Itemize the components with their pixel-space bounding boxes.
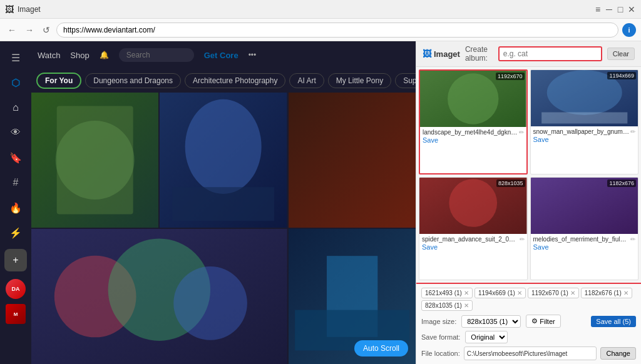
da-logo-icon[interactable]: ⬡	[4, 71, 27, 94]
sidebar-bookmark-icon[interactable]: 🔖	[4, 146, 27, 169]
main-container: ☰ ⬡ ⌂ 👁 🔖 # 🔥 ⚡ + DA M Watch Shop 🔔 Get …	[0, 41, 641, 364]
sidebar-fire-icon[interactable]: 🔥	[4, 196, 27, 219]
get-core-button[interactable]: Get Core	[204, 51, 238, 60]
image-card-footer-3: spider_man_advance_suit_2_0_by_d ✏ Save	[419, 234, 527, 253]
svg-point-2	[56, 121, 135, 200]
save-button-2[interactable]: Save	[533, 135, 549, 144]
minimize-button[interactable]: ─	[605, 5, 613, 14]
image-size-select[interactable]: 828x1035 (1)	[461, 315, 521, 328]
sidebar-flash-icon[interactable]: ⚡	[4, 221, 27, 244]
save-all-button[interactable]: Save all (5)	[591, 316, 636, 327]
save-button-4[interactable]: Save	[533, 243, 549, 251]
menu-button[interactable]: ≡	[593, 5, 602, 14]
img-thumbnail-3: 828x1035	[419, 178, 527, 234]
save-button-3[interactable]: Save	[422, 243, 438, 251]
gallery-item-4[interactable]	[31, 229, 287, 364]
imaget-image-grid: 1192x670 landscape_by_met4lhe4d_dgkn8ah-…	[416, 67, 641, 283]
file-location-input[interactable]	[464, 346, 597, 360]
sidebar-eye-icon[interactable]: 👁	[4, 121, 27, 144]
remove-tag-1[interactable]: ✕	[464, 290, 469, 296]
close-button[interactable]: ✕	[627, 5, 636, 14]
da-category-tabs: For You Dungeons and Dragons Architectur…	[31, 69, 416, 93]
remove-tag-2[interactable]: ✕	[517, 290, 522, 296]
change-location-button[interactable]: Change	[600, 347, 636, 360]
auto-scroll-button[interactable]: Auto Scroll	[354, 340, 408, 356]
sidebar-marvel-icon[interactable]: M	[6, 304, 26, 324]
filter-icon: ⚙	[531, 317, 538, 325]
save-format-label: Save format:	[421, 333, 460, 341]
da-search-input[interactable]	[119, 48, 194, 62]
edit-icon-3[interactable]: ✏	[520, 236, 525, 243]
back-button[interactable]: ←	[5, 24, 19, 36]
remove-tag-4[interactable]: ✕	[623, 290, 628, 296]
extension-icon[interactable]: i	[622, 23, 636, 37]
file-location-row: File location: Change	[421, 346, 636, 360]
sidebar-home-icon[interactable]: ⌂	[4, 96, 27, 119]
sidebar-hashtag-icon[interactable]: #	[4, 171, 27, 194]
gallery-item-2[interactable]	[160, 93, 287, 228]
edit-icon-4[interactable]: ✏	[630, 236, 635, 243]
album-input[interactable]	[498, 46, 602, 61]
img-thumbnail-2: 1194x669	[531, 70, 638, 126]
da-notification-icon[interactable]: 🔔	[100, 51, 109, 59]
da-shop-link[interactable]: Shop	[70, 51, 89, 60]
image-card-4[interactable]: 1182x676 melodies_of_merriment_by_fiulo_…	[530, 177, 639, 281]
image-card-footer-4: melodies_of_merriment_by_fiulo_d ✏ Save	[531, 234, 638, 253]
remove-tag-3[interactable]: ✕	[570, 290, 575, 296]
tab-ai-art[interactable]: AI Art	[289, 73, 324, 88]
img-thumbnail-1: 1192x670	[420, 71, 526, 127]
url-bar[interactable]	[56, 23, 618, 38]
size-tags-row: 1621x493 (1) ✕ 1194x669 (1) ✕ 1192x670 (…	[421, 288, 636, 311]
forward-button[interactable]: →	[23, 24, 36, 36]
size-tag-3: 1192x670 (1) ✕	[528, 288, 579, 298]
image-size-row: Image size: 828x1035 (1) ⚙ Filter Save a…	[421, 315, 636, 328]
da-more-icon[interactable]: •••	[249, 51, 257, 59]
tab-for-you[interactable]: For You	[36, 73, 81, 89]
sidebar-add-icon[interactable]: +	[4, 249, 27, 271]
filter-button[interactable]: ⚙ Filter	[526, 315, 560, 328]
image-card-3[interactable]: 828x1035 spider_man_advance_suit_2_0_by_…	[419, 177, 528, 281]
tab-dungeons[interactable]: Dungeons and Dragons	[85, 73, 181, 88]
browser-bar: ← → ↺ i	[0, 19, 641, 41]
clear-button[interactable]: Clear	[607, 48, 635, 60]
svg-point-21	[449, 179, 497, 227]
img-name-1: landscape_by_met4lhe4d_dgkn8ah-	[423, 129, 518, 136]
save-button-1[interactable]: Save	[423, 136, 438, 144]
imaget-header: 🖼 Imaget Create album: Clear	[416, 41, 641, 67]
avatar[interactable]: DA	[6, 279, 26, 299]
refresh-button[interactable]: ↺	[40, 24, 53, 36]
edit-icon-1[interactable]: ✏	[519, 129, 524, 136]
img-name-3: spider_man_advance_suit_2_0_by_d	[422, 236, 518, 243]
remove-tag-5[interactable]: ✕	[464, 302, 469, 309]
gallery-image-2	[160, 93, 287, 228]
sidebar-menu-icon[interactable]: ☰	[4, 46, 27, 69]
da-gallery: Auto Scroll	[31, 93, 416, 364]
gallery-item-1[interactable]	[31, 93, 158, 228]
titlebar-left: 🖼 Imaget	[5, 4, 41, 14]
edit-icon-2[interactable]: ✏	[630, 128, 635, 135]
image-card-2[interactable]: 1194x669 snow_man_wallpaper_by_gnuman1 ✏…	[530, 69, 639, 174]
tab-mlp[interactable]: My Little Pony	[328, 73, 391, 88]
img-name-4: melodies_of_merriment_by_fiulo_d	[533, 236, 630, 243]
size-tag-2: 1194x669 (1) ✕	[474, 288, 526, 298]
browser-extras: i	[622, 23, 636, 37]
format-select[interactable]: Original	[465, 331, 508, 343]
tab-architecture[interactable]: Architecture Photography	[185, 73, 285, 88]
app-icon: 🖼	[5, 4, 14, 14]
size-tag-4: 1182x676 (1) ✕	[581, 288, 632, 298]
gallery-image-1	[31, 93, 158, 228]
svg-rect-5	[173, 187, 275, 221]
svg-point-4	[185, 99, 262, 194]
img-thumbnail-4: 1182x676	[531, 178, 638, 234]
gallery-item-3[interactable]	[289, 93, 416, 228]
img-name-2: snow_man_wallpaper_by_gnuman1	[533, 128, 630, 135]
window-controls[interactable]: ≡ ─ □ ✕	[593, 5, 636, 14]
dimension-badge-1: 1192x670	[496, 73, 525, 80]
tab-superhero[interactable]: Superhero	[395, 73, 416, 88]
sidebar-avatar-container: DA	[6, 279, 26, 299]
da-watch-link[interactable]: Watch	[38, 51, 60, 60]
img-name-row-2: snow_man_wallpaper_by_gnuman1 ✏	[533, 128, 636, 135]
image-card-1[interactable]: 1192x670 landscape_by_met4lhe4d_dgkn8ah-…	[419, 69, 528, 174]
maximize-button[interactable]: □	[616, 5, 625, 14]
dimension-badge-4: 1182x676	[607, 179, 636, 187]
